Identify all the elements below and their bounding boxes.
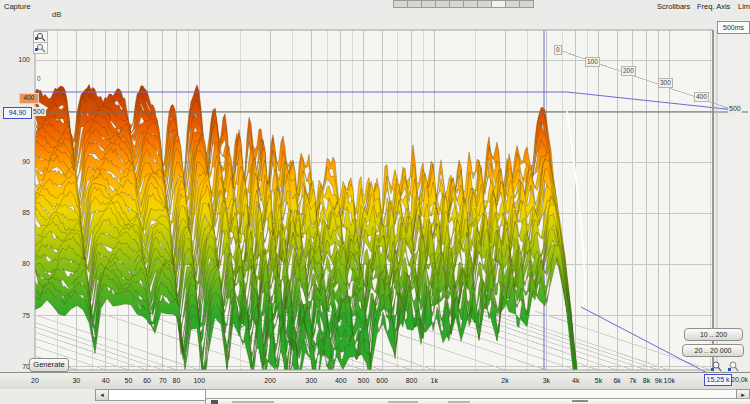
x-axis-tick-label: 70 xyxy=(159,377,167,384)
x-axis-tick-label: 2k xyxy=(501,377,508,384)
toolbar-button[interactable] xyxy=(464,0,478,8)
right-time-end-label: 500 xyxy=(728,104,742,113)
y-axis-tick-label: 85 xyxy=(0,209,30,216)
magnifier-icon xyxy=(726,361,740,373)
left-time-label-partial: 0 xyxy=(37,76,41,83)
x-axis-tick-label: 9k xyxy=(655,377,662,384)
x-axis-end-label: 20,0k xyxy=(731,376,748,383)
app-window: Capture Scrollbars Freq. Axis Lim dB 100… xyxy=(0,0,750,404)
range-full-button[interactable]: 20 .. 20 000 xyxy=(682,344,744,357)
x-axis-tick-label: 600 xyxy=(376,377,388,384)
toolbar-button[interactable] xyxy=(506,0,520,8)
freq-cursor-readout[interactable]: 15,25 k xyxy=(704,374,732,386)
time-axis-tick-label: 0 xyxy=(554,45,562,55)
x-axis-tick-label: 30 xyxy=(72,377,80,384)
x-axis-tick-label: 80 xyxy=(173,377,181,384)
x-axis-tick-label: 6k xyxy=(613,377,620,384)
magnifier-icon xyxy=(34,43,47,53)
x-axis-tick-label: 1k xyxy=(431,377,438,384)
toolbar-button[interactable] xyxy=(436,0,450,8)
x-axis-tick-label: 3k xyxy=(543,377,550,384)
h-scrollbar-thumb[interactable] xyxy=(108,389,206,401)
x-axis-tick-label: 10k xyxy=(664,377,675,384)
x-axis-tick-label: 400 xyxy=(335,377,347,384)
zoom-in-x-button[interactable] xyxy=(709,359,723,371)
panel-text-fragment xyxy=(448,401,470,403)
time-axis-tick-label: 200 xyxy=(621,66,636,76)
x-axis-tick-label: 20 xyxy=(31,377,39,384)
x-axis-tick-label: 60 xyxy=(143,377,151,384)
y-axis-tick-label: 100 xyxy=(0,56,30,63)
zoom-out-y-button[interactable] xyxy=(33,42,48,54)
time-window-box: 500ms xyxy=(717,21,750,34)
toolbar-button[interactable] xyxy=(408,0,422,8)
zoom-out-x-button[interactable] xyxy=(726,359,740,371)
x-axis-tick-label: 300 xyxy=(306,377,318,384)
toolbar-button[interactable] xyxy=(422,0,436,8)
waterfall-plot[interactable] xyxy=(0,0,750,404)
db-cursor-readout[interactable]: 94,90 xyxy=(3,107,32,119)
toolbar-button[interactable] xyxy=(492,0,506,8)
x-axis-tick-label: 800 xyxy=(406,377,418,384)
x-axis-tick-label: 40 xyxy=(102,377,110,384)
magnifier-icon xyxy=(34,32,47,42)
x-axis-tick-label: 50 xyxy=(125,377,133,384)
generate-button[interactable]: Generate xyxy=(29,358,69,372)
time-marker-label[interactable]: 400 xyxy=(19,93,39,104)
x-axis-tick-label: 5k xyxy=(595,377,602,384)
time-axis-tick-label: 100 xyxy=(585,57,600,67)
panel-text-fragment xyxy=(388,401,418,403)
y-axis-tick-label: 70 xyxy=(0,363,30,370)
x-axis-tick-label: 4k xyxy=(572,377,579,384)
x-axis-tick-label: 200 xyxy=(264,377,276,384)
panel-text-fragment xyxy=(232,401,274,403)
x-axis-tick-label: 500 xyxy=(358,377,370,384)
x-axis-tick-label: 7k xyxy=(629,377,636,384)
range-low-button[interactable]: 10 .. 200 xyxy=(684,328,743,341)
toolbar-fragment[interactable] xyxy=(393,0,534,7)
time-axis-tick-label: 300 xyxy=(658,78,673,88)
y-axis-tick-label: 80 xyxy=(0,260,30,267)
left-time-end-label: 500 xyxy=(32,107,46,116)
x-axis-tick-label: 100 xyxy=(193,377,205,384)
toolbar-button[interactable] xyxy=(393,0,408,8)
scroll-left-button[interactable]: ◄ xyxy=(95,389,109,401)
toolbar-button[interactable] xyxy=(520,0,534,8)
x-axis-tick-label: 8k xyxy=(643,377,650,384)
time-axis-tick-label: 400 xyxy=(694,92,709,102)
panel-icon xyxy=(211,400,218,404)
panel-text-fragment xyxy=(572,400,588,402)
toolbar-button[interactable] xyxy=(478,0,492,8)
magnifier-icon xyxy=(709,361,723,373)
frequency-axis[interactable]: 203040506070801002003004005006008001k2k3… xyxy=(0,372,750,389)
y-axis-tick-label: 75 xyxy=(0,312,30,319)
toolbar-button[interactable] xyxy=(450,0,464,8)
y-axis-tick-label: 90 xyxy=(0,158,30,165)
bottom-panel-edge xyxy=(205,398,750,404)
